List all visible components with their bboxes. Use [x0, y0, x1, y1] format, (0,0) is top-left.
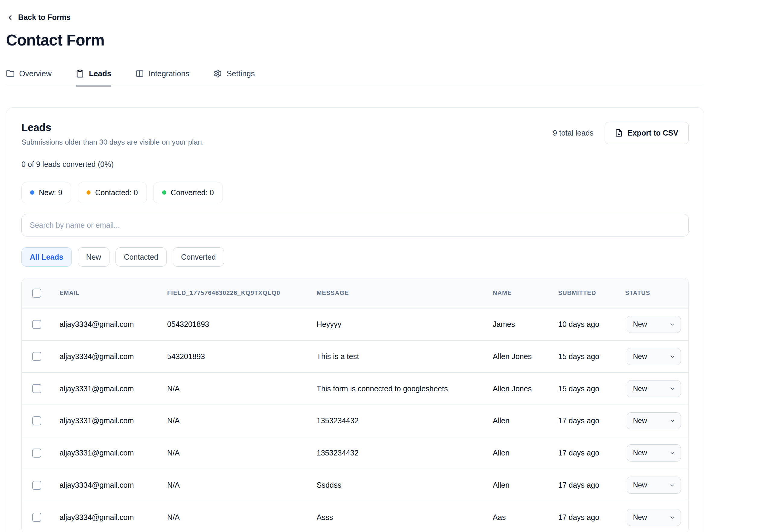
status-value: New [633, 320, 647, 328]
contacted-status-dot [86, 190, 90, 194]
status-value: New [633, 385, 647, 393]
lead-email: aljay3334@gmail.com [59, 513, 167, 522]
chevron-down-icon [669, 321, 676, 328]
lead-email: aljay3334@gmail.com [59, 352, 167, 361]
select-all-checkbox[interactable] [32, 289, 41, 298]
status-value: New [633, 417, 647, 425]
filter-button-row: All Leads New Contacted Converted [21, 247, 689, 266]
lead-message: 1353234432 [317, 449, 493, 457]
lead-name: Allen Jones [493, 352, 558, 361]
search-input[interactable] [21, 214, 689, 236]
lead-message: Asss [317, 513, 493, 522]
table-row: aljay3334@gmail.com 543201893 This is a … [22, 340, 689, 373]
clipboard-icon [76, 69, 84, 78]
tab-overview[interactable]: Overview [6, 69, 52, 86]
status-dropdown[interactable]: New [627, 316, 681, 333]
page-title: Contact Form [6, 31, 769, 49]
conversion-summary: 0 of 9 leads converted (0%) [21, 160, 689, 169]
lead-name: James [493, 320, 558, 329]
lead-submitted: 17 days ago [558, 481, 625, 490]
status-value: New [633, 513, 647, 521]
chevron-down-icon [669, 418, 676, 424]
new-status-dot [30, 190, 34, 194]
tab-label: Integrations [149, 69, 189, 78]
row-checkbox[interactable] [32, 352, 41, 361]
column-header-email: EMAIL [59, 289, 167, 296]
status-pill-label: New: 9 [39, 188, 62, 197]
filter-all-leads-button[interactable]: All Leads [21, 247, 72, 266]
table-row: aljay3331@gmail.com N/A 1353234432 Allen… [22, 437, 689, 469]
status-pill-contacted[interactable]: Contacted: 0 [78, 182, 147, 203]
tab-leads[interactable]: Leads [76, 69, 111, 86]
tab-label: Overview [19, 69, 52, 78]
status-value: New [633, 449, 647, 457]
row-checkbox[interactable] [32, 481, 41, 490]
lead-name: Aas [493, 513, 558, 522]
lead-submitted: 17 days ago [558, 449, 625, 457]
status-dropdown[interactable]: New [627, 477, 681, 494]
folder-icon [6, 69, 14, 78]
panel-title: Leads [21, 122, 204, 133]
status-pill-label: Contacted: 0 [95, 188, 138, 197]
status-dropdown[interactable]: New [627, 509, 681, 526]
tab-label: Leads [89, 69, 111, 78]
leads-panel-header-right: 9 total leads Export to CSV [553, 122, 689, 144]
lead-field-value: 0543201893 [167, 320, 317, 329]
status-value: New [633, 481, 647, 489]
lead-message: Heyyyy [317, 320, 493, 329]
leads-panel-header-left: Leads Submissions older than 30 days are… [21, 122, 204, 146]
lead-field-value: N/A [167, 416, 317, 425]
leads-panel: Leads Submissions older than 30 days are… [6, 107, 704, 532]
status-pill-label: Converted: 0 [171, 188, 214, 197]
lead-field-value: 543201893 [167, 352, 317, 361]
filter-contacted-button[interactable]: Contacted [115, 247, 166, 266]
leads-panel-header: Leads Submissions older than 30 days are… [21, 122, 689, 146]
filter-new-button[interactable]: New [78, 247, 109, 266]
lead-email: aljay3331@gmail.com [59, 449, 167, 457]
table-row: aljay3334@gmail.com N/A Asss Aas 17 days… [22, 501, 689, 532]
panel-subtitle: Submissions older than 30 days are visib… [21, 138, 204, 146]
lead-message: This is a test [317, 352, 493, 361]
back-link-label: Back to Forms [18, 13, 71, 22]
tab-bar: Overview Leads Integrations Settings [6, 69, 704, 86]
export-csv-button[interactable]: Export to CSV [605, 122, 689, 144]
chevron-down-icon [669, 385, 676, 392]
filter-converted-button[interactable]: Converted [173, 247, 224, 266]
status-dropdown[interactable]: New [627, 380, 681, 397]
table-row: aljay3331@gmail.com N/A This form is con… [22, 372, 689, 405]
lead-email: aljay3334@gmail.com [59, 320, 167, 329]
chevron-down-icon [669, 450, 676, 456]
table-row: aljay3334@gmail.com 0543201893 Heyyyy Ja… [22, 308, 689, 340]
status-dropdown[interactable]: New [627, 444, 681, 462]
lead-email: aljay3331@gmail.com [59, 416, 167, 425]
table-row: aljay3334@gmail.com N/A Ssddss Allen 17 … [22, 469, 689, 501]
file-download-icon [615, 129, 623, 137]
column-header-status: STATUS [625, 289, 689, 296]
column-header-name: NAME [493, 289, 558, 296]
row-checkbox[interactable] [32, 449, 41, 458]
lead-field-value: N/A [167, 384, 317, 393]
row-checkbox[interactable] [32, 384, 41, 393]
back-to-forms-link[interactable]: Back to Forms [6, 13, 71, 22]
status-dropdown[interactable]: New [627, 348, 681, 365]
page: Back to Forms Contact Form Overview Lead… [0, 0, 775, 532]
lead-message: 1353234432 [317, 416, 493, 425]
lead-name: Allen [493, 481, 558, 490]
status-dropdown[interactable]: New [627, 412, 681, 430]
tab-settings[interactable]: Settings [214, 69, 255, 86]
row-checkbox[interactable] [32, 416, 41, 425]
chevron-left-icon [6, 14, 14, 22]
status-pill-converted[interactable]: Converted: 0 [153, 182, 223, 203]
lead-field-value: N/A [167, 513, 317, 522]
table-header-row: EMAIL FIELD_1775764830226_KQ9TXQLQ0 MESS… [22, 278, 689, 308]
tab-label: Settings [227, 69, 255, 78]
lead-message: Ssddss [317, 481, 493, 490]
status-pill-new[interactable]: New: 9 [21, 182, 71, 203]
converted-status-dot [162, 190, 166, 194]
row-checkbox[interactable] [32, 320, 41, 329]
row-checkbox[interactable] [32, 513, 41, 522]
lead-field-value: N/A [167, 481, 317, 490]
lead-field-value: N/A [167, 449, 317, 457]
tab-integrations[interactable]: Integrations [135, 69, 189, 86]
export-csv-label: Export to CSV [628, 129, 678, 137]
